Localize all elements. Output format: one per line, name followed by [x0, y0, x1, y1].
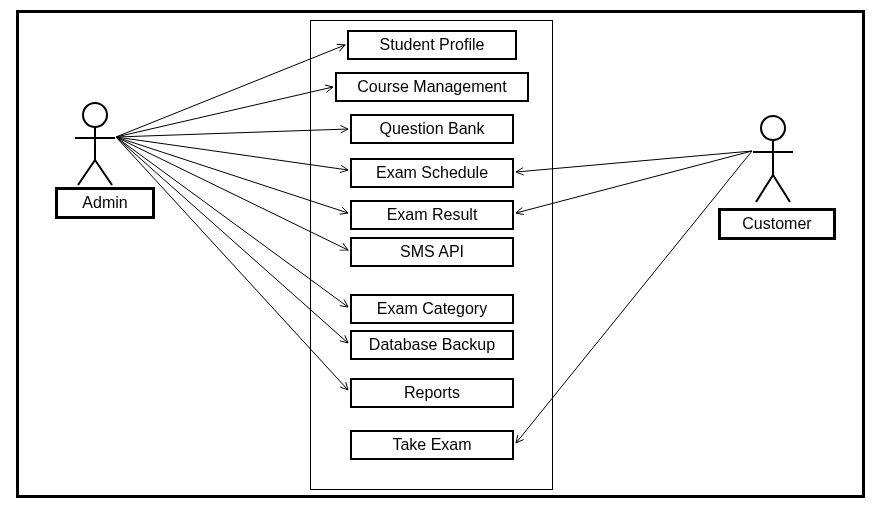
- usecase-exam-result: Exam Result: [350, 200, 514, 230]
- actor-label-text: Admin: [82, 195, 127, 211]
- usecase-label: SMS API: [400, 244, 464, 260]
- usecase-exam-category: Exam Category: [350, 294, 514, 324]
- usecase-label: Exam Schedule: [376, 165, 488, 181]
- usecase-reports: Reports: [350, 378, 514, 408]
- actor-customer-label: Customer: [718, 208, 836, 240]
- usecase-question-bank: Question Bank: [350, 114, 514, 144]
- usecase-label: Exam Category: [377, 301, 487, 317]
- usecase-student-profile: Student Profile: [347, 30, 517, 60]
- usecase-label: Question Bank: [380, 121, 485, 137]
- usecase-course-management: Course Management: [335, 72, 529, 102]
- usecase-take-exam: Take Exam: [350, 430, 514, 460]
- usecase-label: Database Backup: [369, 337, 495, 353]
- actor-admin-label: Admin: [55, 187, 155, 219]
- usecase-label: Student Profile: [380, 37, 485, 53]
- usecase-label: Reports: [404, 385, 460, 401]
- usecase-label: Exam Result: [387, 207, 478, 223]
- diagram-canvas: Student Profile Course Management Questi…: [0, 0, 881, 508]
- usecase-label: Take Exam: [392, 437, 471, 453]
- actor-label-text: Customer: [742, 216, 811, 232]
- usecase-label: Course Management: [357, 79, 506, 95]
- usecase-database-backup: Database Backup: [350, 330, 514, 360]
- usecase-exam-schedule: Exam Schedule: [350, 158, 514, 188]
- usecase-sms-api: SMS API: [350, 237, 514, 267]
